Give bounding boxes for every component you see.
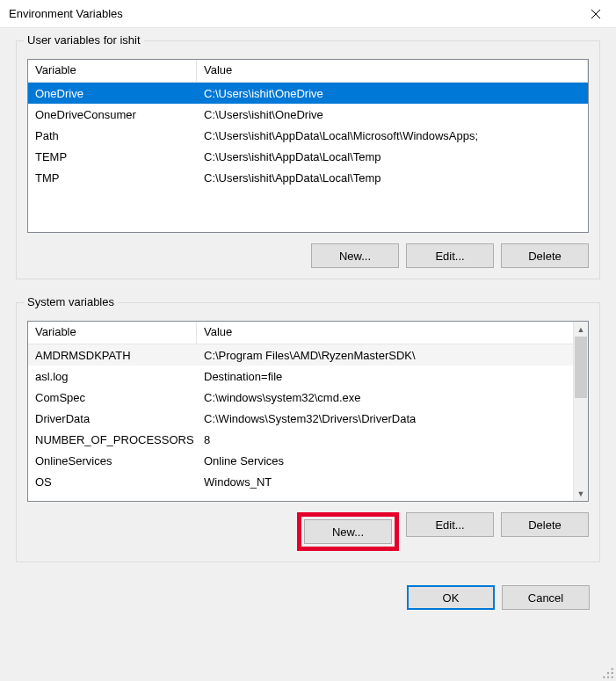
close-button[interactable] [576,0,616,28]
cell-value: C:\windows\system32\cmd.exe [197,389,573,406]
user-group-legend: User variables for ishit [24,33,144,47]
highlight-marker: New... [297,512,399,551]
scroll-thumb[interactable] [575,337,587,398]
system-button-row: New... Edit... Delete [27,512,589,551]
cell-variable: AMDRMSDKPATH [28,347,197,364]
list-header: Variable Value [28,322,588,344]
cell-variable: TMP [28,170,197,186]
system-group-legend: System variables [24,295,118,308]
system-edit-button[interactable]: Edit... [406,512,494,537]
table-row[interactable]: asl.logDestination=file [28,366,573,387]
cell-variable: DriverData [28,410,197,427]
dialog-footer: OK Cancel [16,585,600,610]
header-variable[interactable]: Variable [28,60,197,82]
user-variables-group: User variables for ishit Variable Value … [16,40,600,279]
list-body: OneDriveC:\Users\ishit\OneDriveOneDriveC… [28,83,588,188]
list-header: Variable Value [28,60,588,83]
table-row[interactable]: OneDriveC:\Users\ishit\OneDrive [28,83,588,104]
table-row[interactable]: AMDRMSDKPATHC:\Program Files\AMD\RyzenMa… [28,344,573,366]
header-value[interactable]: Value [197,60,588,82]
window-title: Environment Variables [9,7,123,20]
system-variables-list[interactable]: Variable Value AMDRMSDKPATHC:\Program Fi… [27,321,589,502]
cell-value: C:\Users\ishit\AppData\Local\Temp [197,149,588,165]
user-variables-list[interactable]: Variable Value OneDriveC:\Users\ishit\On… [27,59,589,233]
cell-variable: TEMP [28,149,197,165]
cell-value: C:\Users\ishit\OneDrive [197,85,588,102]
cell-value: Destination=file [197,368,573,385]
user-new-button[interactable]: New... [311,243,399,268]
header-variable[interactable]: Variable [28,322,197,344]
svg-point-1 [607,672,609,674]
vertical-scrollbar[interactable]: ▲ ▼ [573,322,588,501]
svg-point-0 [612,668,613,670]
cell-value: Online Services [197,453,573,469]
ok-button[interactable]: OK [407,585,495,610]
table-row[interactable]: DriverDataC:\Windows\System32\Drivers\Dr… [28,408,573,429]
user-button-row: New... Edit... Delete [27,243,589,268]
user-edit-button[interactable]: Edit... [406,243,494,268]
cell-variable: asl.log [28,368,197,385]
cell-value: Windows_NT [197,474,573,490]
cell-value: C:\Users\ishit\AppData\Local\Microsoft\W… [197,127,588,144]
table-row[interactable]: TMPC:\Users\ishit\AppData\Local\Temp [28,167,588,188]
svg-point-3 [603,677,605,678]
table-row[interactable]: TEMPC:\Users\ishit\AppData\Local\Temp [28,146,588,167]
table-row[interactable]: OneDriveConsumerC:\Users\ishit\OneDrive [28,104,588,125]
titlebar: Environment Variables [0,0,616,28]
cell-value: C:\Users\ishit\AppData\Local\Temp [197,170,588,186]
svg-point-5 [612,677,613,678]
table-row[interactable]: OnlineServicesOnline Services [28,450,573,471]
cell-variable: OnlineServices [28,453,197,469]
cell-variable: OS [28,474,197,490]
table-row[interactable]: PathC:\Users\ishit\AppData\Local\Microso… [28,125,588,146]
system-variables-group: System variables Variable Value AMDRMSDK… [16,302,600,562]
cell-value: C:\Users\ishit\OneDrive [197,106,588,123]
scroll-down-arrow-icon[interactable]: ▼ [574,486,588,501]
svg-point-4 [607,677,609,678]
cell-variable: ComSpec [28,389,197,406]
cell-value: 8 [197,431,573,448]
cancel-button[interactable]: Cancel [502,585,590,610]
cell-variable: OneDrive [28,85,197,102]
dialog-content: User variables for ishit Variable Value … [0,28,616,681]
svg-point-2 [612,672,613,674]
list-body: AMDRMSDKPATHC:\Program Files\AMD\RyzenMa… [28,344,573,492]
system-delete-button[interactable]: Delete [501,512,589,537]
system-new-button[interactable]: New... [304,519,392,544]
cell-variable: OneDriveConsumer [28,106,197,123]
cell-value: C:\Windows\System32\Drivers\DriverData [197,410,573,427]
table-row[interactable]: ComSpecC:\windows\system32\cmd.exe [28,387,573,408]
cell-variable: Path [28,127,197,144]
user-delete-button[interactable]: Delete [501,243,589,268]
resize-grip-icon[interactable] [602,667,614,679]
scroll-up-arrow-icon[interactable]: ▲ [574,322,588,337]
close-icon [591,10,600,18]
table-row[interactable]: NUMBER_OF_PROCESSORS8 [28,429,573,450]
cell-value: C:\Program Files\AMD\RyzenMasterSDK\ [197,347,573,364]
table-row[interactable]: OSWindows_NT [28,471,573,492]
header-value[interactable]: Value [197,322,588,344]
cell-variable: NUMBER_OF_PROCESSORS [28,431,197,448]
